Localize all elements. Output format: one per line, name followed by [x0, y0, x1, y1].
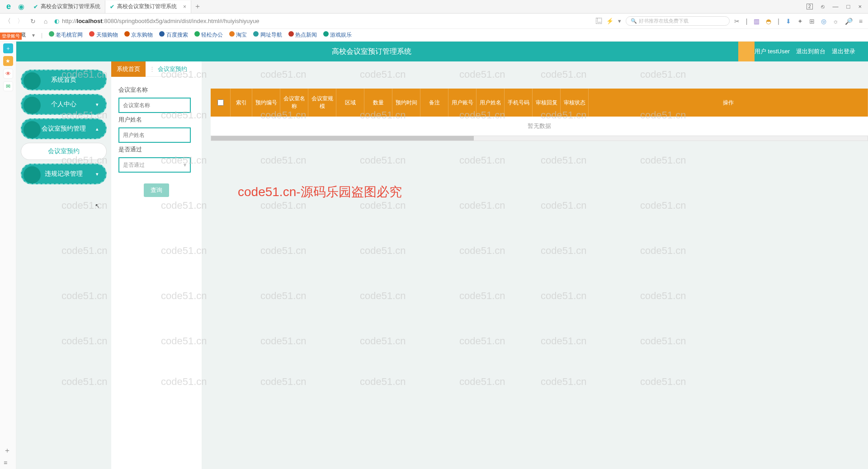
sun-icon[interactable]: ☼ [833, 18, 839, 25]
puzzle-icon[interactable]: ✦ [797, 18, 803, 25]
browser-tab[interactable]: ✔ 高校会议室预订管理系统 × [105, 0, 191, 13]
new-tab-button[interactable]: ＋ [191, 0, 204, 13]
close-window-button[interactable]: × [858, 3, 862, 10]
site-icon: ✔ [110, 4, 114, 10]
url-display[interactable]: ◐ http://localhost:8080/springboot6dx5g/… [54, 18, 259, 24]
browser-tab[interactable]: ✔ 高校会议室预订管理系统 [29, 0, 105, 13]
maximize-button[interactable]: □ [847, 3, 850, 10]
zoom-icon[interactable]: 🔎 [845, 18, 853, 25]
shield-ext-icon[interactable]: ◓ [766, 18, 771, 25]
bookmark-item[interactable]: 百度搜索 [159, 31, 188, 39]
bookmark-item[interactable]: 热点新闻 [288, 31, 317, 39]
bookmark-item[interactable]: 网址导航 [253, 31, 282, 39]
reload-button[interactable]: ↻ [29, 18, 37, 25]
menu-icon[interactable]: ≡ [859, 18, 863, 25]
bookmark-item[interactable]: 轻松办公 [194, 31, 223, 39]
tab-count-badge[interactable]: 2 [807, 4, 813, 9]
close-tab-icon[interactable]: × [183, 4, 186, 10]
browser-search-input[interactable]: 🔍 好书推荐在线免费下载 [626, 16, 730, 26]
minimize-button[interactable]: — [833, 3, 839, 10]
login-badge[interactable]: 登录账号 [0, 33, 22, 40]
bookmark-item[interactable]: 天猫购物 [89, 31, 118, 39]
site-icon: ✔ [33, 4, 38, 10]
extension-icon[interactable]: ⎋ [821, 3, 825, 10]
qr-icon[interactable]: ⿺ [596, 18, 602, 24]
back-button[interactable]: 〈 [4, 17, 12, 25]
bookmark-item[interactable]: 老毛桃官网 [49, 31, 83, 39]
bookmark-item[interactable]: 京东购物 [124, 31, 153, 39]
search-icon: 🔍 [631, 18, 637, 24]
scissors-icon[interactable]: ✂ [734, 18, 740, 25]
chevron-down-icon[interactable]: ▾ [618, 18, 621, 24]
bookmark-item[interactable]: 游戏娱乐 [323, 31, 352, 39]
shield-icon: ◐ [54, 18, 59, 24]
flash-icon[interactable]: ⚡ [606, 18, 613, 24]
home-button[interactable]: ⌂ [42, 18, 50, 25]
browser-logo-icon: e [2, 1, 15, 12]
apps-icon[interactable]: ⊞ [809, 18, 815, 25]
address-bar: 〈 〉 ↻ ⌂ ◐ http://localhost:8080/springbo… [0, 14, 868, 29]
forward-button[interactable]: 〉 [16, 17, 24, 25]
tab-title: 高校会议室预订管理系统 [41, 3, 100, 10]
download-icon[interactable]: ⬇ [786, 18, 791, 25]
bookmark-item[interactable]: 淘宝 [229, 31, 247, 39]
bookmarks-bar: ★ 收藏 ▾ | 老毛桃官网 天猫购物 京东购物 百度搜索 轻松办公 淘宝 网址… [0, 29, 868, 42]
browser-tab-bar: e ◉ ✔ 高校会议室预订管理系统 ✔ 高校会议室预订管理系统 × ＋ 2 ⎋ … [0, 0, 868, 14]
globe-icon[interactable]: ◎ [821, 18, 826, 25]
compass-icon[interactable]: ◉ [18, 2, 24, 11]
translate-icon[interactable]: ▥ [754, 18, 760, 25]
tab-title: 高校会议室预订管理系统 [117, 3, 177, 10]
